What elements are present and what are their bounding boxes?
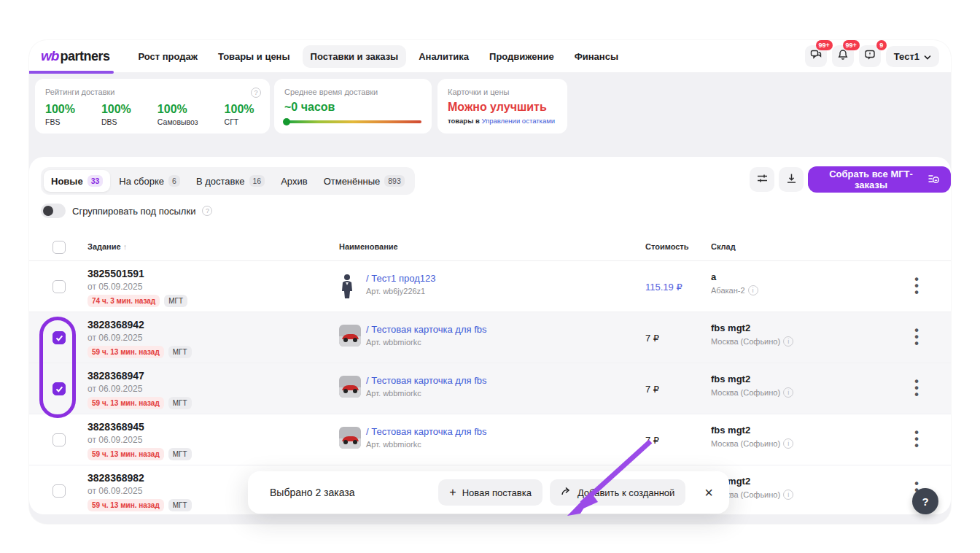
delivery-ratings-help-icon[interactable]: ? [251, 88, 261, 98]
row-menu-button[interactable]: ••• [908, 276, 925, 296]
tab-new-count: 33 [88, 175, 104, 187]
delivery-ratings-values: 100% FBS 100% DBS 100% Самовывоз 100% СГ… [45, 103, 260, 126]
warehouse-info-icon[interactable]: i [783, 336, 793, 347]
close-selection-bar-button[interactable]: × [704, 485, 713, 500]
page: wb partners Рост продаж Товары и цены По… [0, 0, 980, 553]
warehouse-location: Москва (Софьино) [711, 439, 780, 448]
mgt-badge: МГТ [164, 295, 187, 307]
warehouse-info-icon[interactable]: i [783, 438, 793, 449]
warehouse-name: fbs mgt2 [711, 425, 750, 436]
wb-partners-logo[interactable]: wb partners [41, 48, 109, 64]
share-arrow-icon [561, 486, 572, 499]
warehouse-name: a [711, 271, 716, 282]
tab-new[interactable]: Новые 33 [44, 170, 110, 192]
nav-finance[interactable]: Финансы [567, 45, 626, 68]
order-id: 3828368982 [88, 472, 144, 484]
warehouse-info-icon[interactable]: i [783, 490, 793, 500]
table-row: 3828368947 от 06.09.2025 59 ч. 13 мин. н… [29, 363, 951, 414]
mgt-badge: МГТ [168, 346, 192, 358]
product-link[interactable]: / Тестовая карточка для fbs [366, 375, 487, 386]
warehouse-name: fbs mgt2 [711, 374, 750, 384]
app-window: wb partners Рост продаж Товары и цены По… [29, 40, 951, 524]
toggle-knob [43, 206, 53, 216]
select-all-checkbox[interactable] [52, 241, 66, 254]
row-checkbox[interactable] [52, 433, 66, 446]
wb-logo-mark: wb [41, 48, 58, 64]
product-link[interactable]: / Тестовая карточка для fbs [366, 324, 487, 335]
filter-button[interactable] [750, 167, 774, 192]
product-article: Арт. wbbmiorkc [366, 338, 421, 347]
tab-assembling-count: 6 [168, 175, 180, 187]
group-parcels-row: Сгруппировать под посылки ? [41, 204, 212, 218]
table-row: 3828368945 от 06.09.2025 59 ч. 13 мин. н… [29, 414, 951, 465]
order-price: 7 ₽ [645, 333, 659, 344]
product-link[interactable]: / Тест1 прод123 [366, 273, 435, 284]
chevron-down-icon [924, 51, 931, 62]
col-task[interactable]: Задание ↑ [88, 242, 127, 251]
col-warehouse: Склад [711, 242, 736, 251]
row-menu-button[interactable]: ••• [908, 327, 925, 347]
user-name: Тест1 [894, 51, 919, 62]
tab-assembling[interactable]: На сборке 6 [112, 170, 187, 192]
order-id: 3828368945 [88, 421, 144, 433]
nav-supplies-orders[interactable]: Поставки и заказы [303, 45, 407, 68]
warehouse-info-icon[interactable]: i [748, 285, 758, 295]
chat-badge: 99+ [816, 40, 833, 50]
avg-delivery-title: Среднее время доставки [284, 88, 421, 96]
mgt-badge: МГТ [168, 499, 192, 511]
order-price: 7 ₽ [645, 435, 659, 446]
row-menu-button[interactable]: ••• [908, 378, 925, 398]
active-section-underline [29, 71, 114, 74]
user-menu[interactable]: Тест1 [886, 46, 939, 67]
time-ago-badge: 74 ч. 3 мин. назад [88, 295, 160, 307]
order-id: 3828368942 [88, 319, 144, 330]
delivery-ratings-title: Рейтинги доставки [45, 88, 260, 96]
tab-archive[interactable]: Архив [273, 171, 314, 192]
tab-in-delivery-count: 16 [249, 175, 265, 187]
row-checkbox[interactable] [52, 280, 66, 293]
sliders-icon [756, 172, 769, 187]
tab-in-delivery[interactable]: В доставке 16 [189, 170, 272, 192]
nav-sales-growth[interactable]: Рост продаж [130, 45, 206, 68]
row-checkbox[interactable] [52, 484, 66, 498]
group-parcels-help-icon[interactable]: ? [202, 206, 212, 216]
support-button[interactable]: 9 [859, 45, 881, 67]
cards-prices-title: Карточки и цены [448, 88, 557, 96]
order-date: от 05.09.2025 [88, 282, 142, 292]
mgt-badge: МГТ [168, 448, 192, 460]
tab-cancelled[interactable]: Отменённые 893 [316, 170, 412, 192]
product-thumbnail [339, 376, 361, 398]
new-supply-button[interactable]: + Новая поставка [438, 479, 542, 506]
collect-mgt-orders-button[interactable]: Собрать все МГТ-заказы [808, 166, 951, 193]
support-icon [864, 49, 876, 63]
product-article: Арт. wb6jy226z1 [366, 287, 425, 295]
delivery-ratings-card: Рейтинги доставки ? 100% FBS 100% DBS 10… [35, 79, 270, 134]
warehouse-info-icon[interactable]: i [783, 387, 793, 398]
notifications-button[interactable]: 99+ [832, 45, 854, 67]
header-right: 99+ 99+ [805, 45, 939, 67]
row-menu-button[interactable]: ••• [908, 429, 925, 449]
row-checkbox[interactable] [52, 382, 66, 395]
support-badge: 9 [876, 40, 887, 50]
help-button[interactable]: ? [912, 488, 938, 514]
nav-promotion[interactable]: Продвижение [481, 45, 562, 68]
cards-prices-card: Карточки и цены Можно улучшить товары в … [438, 79, 567, 134]
order-id: 3828368947 [88, 370, 144, 382]
download-button[interactable] [779, 167, 804, 192]
order-price[interactable]: 115.19 ₽ [645, 282, 682, 293]
time-ago-badge: 59 ч. 13 мин. назад [88, 397, 164, 409]
row-checkbox[interactable] [52, 331, 66, 344]
stock-management-link[interactable]: Управлении остатками [481, 117, 555, 125]
nav-analytics[interactable]: Аналитика [411, 45, 477, 68]
avg-delivery-value: ~0 часов [284, 101, 421, 114]
order-date: от 06.09.2025 [88, 435, 142, 445]
rating-dbs: 100% DBS [101, 103, 131, 126]
group-parcels-toggle[interactable] [41, 204, 66, 218]
product-link[interactable]: / Тестовая карточка для fbs [366, 426, 487, 437]
avg-delivery-card: Среднее время доставки ~0 часов [274, 79, 432, 134]
col-price: Стоимость [645, 242, 689, 251]
chat-icon [810, 49, 822, 63]
add-to-created-button[interactable]: Добавить к созданной [550, 479, 685, 506]
nav-goods-prices[interactable]: Товары и цены [210, 45, 298, 68]
chat-button[interactable]: 99+ [805, 45, 827, 67]
